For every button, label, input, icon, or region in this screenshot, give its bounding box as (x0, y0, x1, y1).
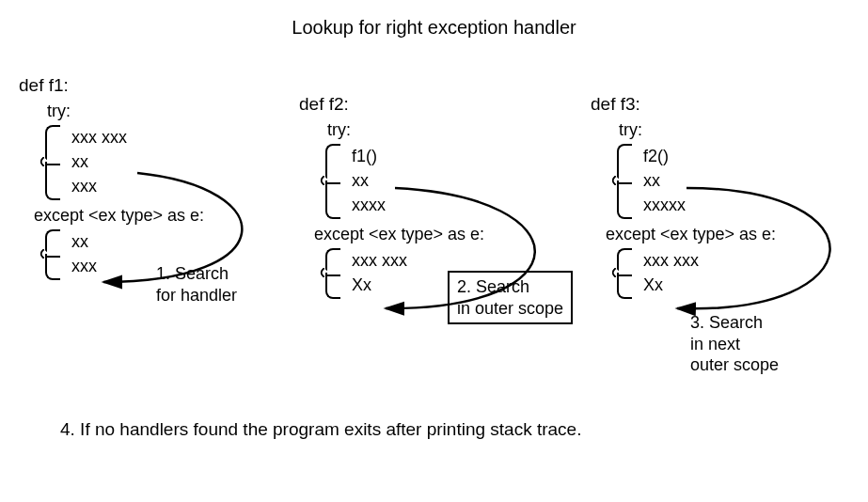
code-line: f2() (643, 144, 868, 168)
function-f3: def f3: try: f2() xx xxxxx except <ex ty… (591, 94, 868, 305)
except-line: except <ex type> as e: (314, 225, 581, 244)
annotation-text: in next (690, 335, 740, 353)
code-line: f1() (352, 144, 581, 168)
def-f1: def f1: (19, 75, 301, 96)
try-keyword: try: (619, 120, 868, 140)
except-line: except <ex type> as e: (606, 225, 868, 244)
code-line: xxx (71, 174, 301, 198)
function-f1: def f1: try: xxx xxx xx xxx except <ex t… (19, 75, 301, 286)
annotation-box: 2. Search in outer scope (448, 271, 573, 324)
brace-icon (45, 229, 60, 278)
try-body-f1: xxx xxx xx xxx (71, 125, 301, 198)
annotation-text: for handler (156, 286, 237, 305)
def-f2: def f2: (299, 94, 581, 115)
brace-icon (617, 144, 632, 217)
code-line: xx (71, 229, 301, 254)
annotation-text: 1. Search (156, 264, 229, 283)
annotation-text: outer scope (690, 355, 779, 374)
except-body-f3: xxx xxx Xx (643, 248, 868, 297)
annotation-step3: 3. Search in next outer scope (690, 312, 779, 376)
except-line: except <ex type> as e: (34, 206, 301, 226)
code-line: xx (71, 149, 301, 174)
annotation-step1: 1. Search for handler (156, 263, 237, 306)
code-line: xx (643, 168, 868, 193)
code-line: xxx xxx (352, 248, 581, 273)
footer-note: 4. If no handlers found the program exit… (60, 419, 581, 440)
try-body-f2: f1() xx xxxx (352, 144, 581, 217)
code-line: xxxx (352, 193, 581, 217)
try-body-f3: f2() xx xxxxx (643, 144, 868, 217)
code-line: xxxxx (643, 193, 868, 217)
diagram-title: Lookup for right exception handler (0, 17, 868, 39)
code-line: xxx xxx (71, 125, 301, 149)
annotation-step2: 2. Search in outer scope (448, 271, 573, 324)
brace-icon (325, 144, 340, 217)
annotation-text: in outer scope (457, 299, 563, 318)
brace-icon (45, 125, 60, 198)
try-keyword: try: (327, 120, 581, 140)
code-line: Xx (643, 273, 868, 297)
annotation-text: 3. Search (690, 313, 763, 332)
code-line: xx (352, 168, 581, 193)
brace-icon (617, 248, 632, 297)
try-keyword: try: (47, 102, 301, 121)
annotation-text: 2. Search (457, 277, 529, 296)
def-f3: def f3: (591, 94, 868, 115)
code-line: xxx xxx (643, 248, 868, 273)
brace-icon (325, 248, 340, 297)
